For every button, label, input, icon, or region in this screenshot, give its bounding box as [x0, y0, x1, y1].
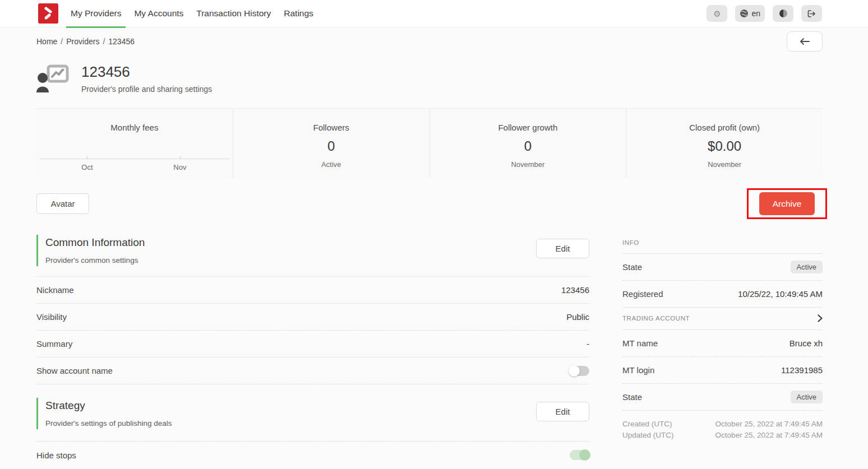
stat-closed-profit: Closed profit (own) $0.00 November: [626, 109, 823, 178]
stat-monthly-fees: Monthly fees Oct Nov: [36, 109, 233, 178]
breadcrumb-separator: /: [61, 37, 63, 46]
app-logo[interactable]: [38, 3, 58, 24]
settings-button[interactable]: ⚙: [707, 5, 727, 22]
strategy-section: Strategy Provider's settings of publishi…: [36, 398, 589, 468]
stat-title: Closed profit (own): [689, 123, 760, 132]
contrast-icon: [779, 9, 788, 18]
back-button[interactable]: [787, 31, 823, 52]
arrow-left-icon: [799, 38, 810, 45]
theme-contrast-button[interactable]: [773, 5, 793, 22]
hide-stops-toggle[interactable]: [570, 450, 589, 460]
row-label: Registered: [622, 289, 663, 299]
row-value: 123456: [561, 285, 589, 295]
monthly-fees-chart: Oct Nov: [40, 159, 229, 159]
axis-tick: [87, 156, 87, 159]
topbar-actions: ⚙ en: [707, 5, 822, 22]
row-summary: Summary -: [36, 331, 589, 357]
edit-strategy-button[interactable]: Edit: [536, 402, 589, 421]
breadcrumb: Home/Providers/123456: [36, 31, 135, 46]
row-value: -: [587, 339, 589, 349]
trading-account-section-header[interactable]: TRADING ACCOUNT: [622, 308, 823, 330]
row-label: MT login: [622, 365, 654, 375]
language-label: en: [751, 9, 760, 18]
meta-label: Updated (UTC): [622, 430, 674, 441]
toggle-knob: [579, 449, 590, 461]
meta-value: October 25, 2022 at 7:49:45 AM: [715, 430, 823, 441]
page-subtitle: Provider's profile and sharing settings: [81, 85, 212, 94]
stat-title: Monthly fees: [110, 123, 158, 132]
row-label: Hide stops: [36, 451, 76, 460]
left-column: Common Information Provider's common set…: [36, 235, 589, 468]
breadcrumb-providers[interactable]: Providers: [66, 37, 99, 46]
logout-icon: [807, 10, 816, 18]
nav-ratings[interactable]: Ratings: [279, 0, 318, 27]
avatar-button[interactable]: Avatar: [36, 193, 89, 214]
nav-my-providers[interactable]: My Providers: [66, 0, 126, 27]
row-label: State: [622, 392, 642, 402]
nav-transaction-history[interactable]: Transaction History: [192, 0, 275, 27]
stat-value: 0: [524, 138, 532, 154]
stat-value: 0: [327, 138, 335, 154]
meta-value: October 25, 2022 at 7:49:45 AM: [715, 419, 823, 430]
row-mt-login: MT login 112391985: [622, 357, 823, 384]
page-header-text: 123456 Provider's profile and sharing se…: [81, 63, 212, 94]
stat-caption: November: [708, 160, 741, 169]
breadcrumb-separator: /: [103, 37, 105, 46]
breadcrumb-home[interactable]: Home: [36, 37, 57, 46]
stats-row: Monthly fees Oct Nov Followers 0 Active …: [36, 108, 823, 178]
row-nickname: Nickname 123456: [36, 277, 589, 304]
row-hide-stops: Hide stops: [36, 442, 589, 468]
row-value: 10/25/22, 10:49:45 AM: [738, 289, 823, 299]
page-title: 123456: [81, 63, 212, 81]
stat-title: Followers: [313, 123, 349, 132]
common-information-section-header: Common Information Provider's common set…: [36, 235, 589, 266]
chart-x-axis: Oct Nov: [40, 159, 229, 159]
row-show-account-name: Show account name: [36, 357, 589, 384]
info-section-header: INFO: [622, 235, 823, 254]
show-account-name-toggle[interactable]: [570, 366, 589, 376]
meta-timestamps: Created (UTC) October 25, 2022 at 7:49:4…: [622, 411, 823, 441]
chevron-right-icon[interactable]: [818, 314, 823, 322]
row-state: State Active: [622, 254, 823, 281]
top-navigation-bar: My Providers My Accounts Transaction His…: [0, 0, 868, 27]
logo-icon: [41, 6, 56, 21]
language-button[interactable]: en: [735, 5, 765, 22]
row-label: Visibility: [36, 312, 67, 322]
nav-my-accounts[interactable]: My Accounts: [130, 0, 188, 27]
gear-icon: ⚙: [713, 10, 721, 18]
stat-follower-growth: Follower growth 0 November: [430, 109, 627, 178]
globe-icon: [740, 9, 749, 18]
stat-caption: November: [511, 160, 544, 169]
stat-caption: Active: [321, 160, 341, 169]
edit-common-information-button[interactable]: Edit: [536, 239, 589, 258]
row-updated-utc: Updated (UTC) October 25, 2022 at 7:49:4…: [622, 430, 823, 441]
main-content: Common Information Provider's common set…: [36, 235, 823, 468]
section-title-block: Strategy Provider's settings of publishi…: [36, 398, 172, 429]
breadcrumb-row: Home/Providers/123456: [36, 31, 823, 52]
row-visibility: Visibility Public: [36, 304, 589, 331]
row-label: Nickname: [36, 285, 74, 295]
trading-account-header-label: TRADING ACCOUNT: [622, 315, 690, 322]
row-label: Show account name: [36, 366, 113, 375]
stat-followers: Followers 0 Active: [233, 109, 430, 178]
logout-button[interactable]: [801, 5, 822, 22]
section-title: Strategy: [45, 400, 172, 412]
stat-value: $0.00: [708, 138, 741, 154]
stat-title: Follower growth: [498, 123, 557, 132]
state-badge: Active: [791, 391, 823, 403]
section-subtitle: Provider's settings of publishing deals: [45, 419, 172, 428]
row-account-state: State Active: [622, 384, 823, 411]
row-value: Public: [566, 312, 589, 322]
row-value: Bruce xh: [789, 338, 823, 348]
main-nav: My Providers My Accounts Transaction His…: [66, 0, 322, 27]
row-value: 112391985: [781, 365, 823, 375]
section-title-block: Common Information Provider's common set…: [36, 235, 145, 266]
common-information-rows: Nickname 123456 Visibility Public Summar…: [36, 276, 589, 384]
axis-tick: [180, 156, 181, 159]
info-sidebar: INFO State Active Registered 10/25/22, 1…: [622, 235, 823, 441]
archive-button[interactable]: Archive: [759, 192, 815, 215]
provider-avatar-icon: [36, 64, 69, 92]
actions-row: Avatar Archive: [36, 188, 827, 219]
strategy-rows: Hide stops: [36, 441, 589, 468]
row-registered: Registered 10/25/22, 10:49:45 AM: [622, 281, 823, 308]
